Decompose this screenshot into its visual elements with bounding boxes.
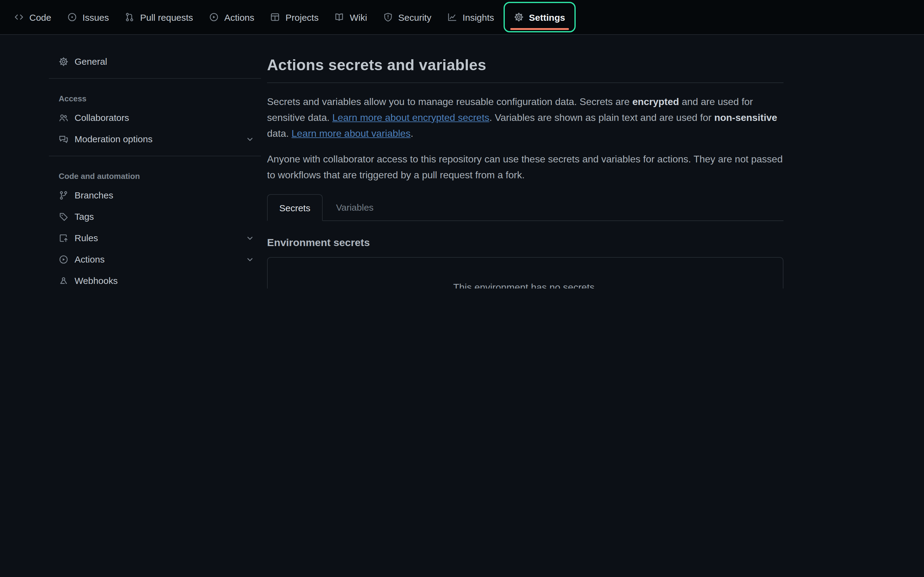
environment-secrets-box: This environment has no secrets. Manage … [267,257,783,288]
people-icon [59,113,68,122]
sidebar-item-label: Rules [74,233,98,243]
intro-bold-encrypted: encrypted [632,97,679,107]
nav-tab-security[interactable]: Security [375,0,439,34]
gear-icon [59,56,68,66]
nav-tab-label: Wiki [350,12,367,22]
sidebar-item-rules[interactable]: Rules [49,227,261,248]
sidebar-item-label: Branches [74,190,113,200]
title-divider [267,82,783,83]
nav-tab-label: Pull requests [140,12,193,22]
nav-tab-actions[interactable]: Actions [201,0,262,34]
environment-empty-text: This environment has no secrets. [453,282,597,288]
sidebar-section-code-automation: Code and automation [49,163,261,184]
intro-text: . Variables are shown as plain text and … [489,112,714,123]
git-branch-icon [59,190,68,200]
nav-tab-label: Code [29,12,51,22]
sidebar-item-label: Webhooks [74,276,118,286]
settings-sidebar: General Access Collaborators Moderation … [0,35,267,288]
sidebar-item-actions[interactable]: Actions [49,248,261,270]
sidebar-item-webhooks[interactable]: Webhooks [49,270,261,288]
chevron-down-icon [245,254,255,264]
sidebar-section-access: Access [49,85,261,107]
sidebar-item-label: Moderation options [74,134,152,144]
nav-tab-insights[interactable]: Insights [439,0,502,34]
gear-icon [514,12,523,22]
sidebar-item-label: Actions [74,254,105,264]
nav-tab-label: Projects [285,12,318,22]
intro-text: Secrets and variables allow you to manag… [267,97,632,107]
secrets-variables-tabs: Secrets Variables [267,194,783,221]
nav-tab-label: Actions [224,12,254,22]
collaborator-paragraph: Anyone with collaborator access to this … [267,152,783,183]
nav-tab-pull-requests[interactable]: Pull requests [117,0,201,34]
sidebar-item-moderation-options[interactable]: Moderation options [49,128,261,150]
environment-secrets-heading: Environment secrets [267,237,783,249]
sidebar-item-tags[interactable]: Tags [49,206,261,227]
nav-tab-settings-active[interactable]: Settings [503,2,575,32]
graph-icon [447,12,457,22]
play-icon [209,12,219,22]
nav-tab-label: Issues [82,12,109,22]
book-icon [334,12,344,22]
nav-tab-code[interactable]: Code [6,0,59,34]
nav-tab-label: Security [398,12,431,22]
chevron-down-icon [245,134,255,144]
nav-tab-issues[interactable]: Issues [59,0,117,34]
webhook-icon [59,276,68,285]
github-settings-page: Code Issues Pull requests Actions Projec… [0,0,924,288]
intro-paragraph: Secrets and variables allow you to manag… [267,94,783,142]
shield-icon [383,12,393,22]
link-encrypted-secrets[interactable]: Learn more about encrypted secrets [332,112,489,123]
nav-tab-label: Settings [529,12,565,22]
intro-text: data. [267,128,291,139]
git-pull-request-icon [125,12,134,22]
table-icon [270,12,280,22]
sidebar-item-label: Tags [74,211,94,222]
code-icon [14,12,24,22]
rules-icon [59,233,68,243]
sidebar-item-label: Collaborators [74,112,129,123]
sidebar-item-branches[interactable]: Branches [49,184,261,206]
comment-discussion-icon [59,134,68,144]
sidebar-item-general[interactable]: General [49,51,261,72]
link-variables[interactable]: Learn more about variables [291,128,411,139]
tab-variables[interactable]: Variables [323,194,387,221]
nav-tab-label: Insights [463,12,494,22]
sidebar-divider [49,156,261,156]
tab-secrets-active[interactable]: Secrets [267,194,323,221]
issue-opened-icon [67,12,77,22]
tag-icon [59,211,68,221]
nav-tab-wiki[interactable]: Wiki [326,0,375,34]
page-title: Actions secrets and variables [267,56,783,74]
intro-text: . [411,128,414,139]
sidebar-divider [49,78,261,79]
sidebar-item-label: General [74,56,107,66]
chevron-down-icon [245,233,255,243]
main-content: Actions secrets and variables Secrets an… [267,35,924,288]
intro-bold-non-sensitive: non-sensitive [714,112,777,123]
play-icon [59,254,68,264]
nav-tab-projects[interactable]: Projects [262,0,326,34]
repo-nav: Code Issues Pull requests Actions Projec… [0,0,924,35]
sidebar-item-collaborators[interactable]: Collaborators [49,107,261,128]
